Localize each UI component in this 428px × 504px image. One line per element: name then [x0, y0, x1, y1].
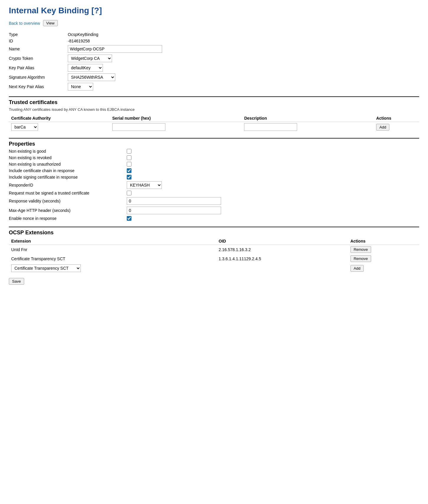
- id-value: -814619258: [68, 39, 90, 43]
- prop-checkbox-0[interactable]: [127, 149, 131, 154]
- signature-algorithm-label: Signature Algorithm: [9, 75, 68, 80]
- properties-section: Non existing is good Non existing is rev…: [9, 149, 419, 221]
- prop-row-5: ResponderID KEYHASH NAME: [9, 181, 419, 189]
- signature-algorithm-row: Signature Algorithm SHA256WithRSA: [9, 73, 419, 81]
- ocsp-ext-name-0: UnId Fnr: [9, 245, 216, 254]
- prop-row-0: Non existing is good: [9, 149, 419, 154]
- save-row: Save: [9, 278, 419, 285]
- prop-checkbox-2[interactable]: [127, 162, 131, 167]
- ocsp-ext-add-row: Certificate Transparency SCT Add: [9, 263, 419, 273]
- prop-label-6: Request must be signed a trusted certifi…: [9, 191, 127, 195]
- col-actions: Actions: [374, 115, 419, 122]
- type-label: Type: [9, 32, 68, 37]
- back-row: Back to overview View: [9, 20, 419, 26]
- ocsp-ext-row-0: UnId Fnr 2.16.578.1.16.3.2 Remove: [9, 245, 419, 254]
- type-value: OcspKeyBinding: [68, 32, 98, 37]
- page-title: Internal Key Binding [?]: [9, 6, 419, 15]
- prop-row-2: Non existing is unauthorized: [9, 162, 419, 167]
- ocsp-ext-add-button[interactable]: Add: [350, 265, 364, 272]
- prop-label-1: Non existing is revoked: [9, 155, 127, 160]
- prop-row-8: Max-Age HTTP header (seconds): [9, 207, 419, 214]
- key-pair-alias-row: Key Pair Alias defaultKey: [9, 64, 419, 72]
- save-button[interactable]: Save: [9, 278, 24, 285]
- max-age-input[interactable]: [127, 207, 221, 214]
- back-to-overview-link[interactable]: Back to overview: [9, 21, 40, 26]
- signature-algorithm-select[interactable]: SHA256WithRSA: [68, 73, 115, 81]
- serial-input[interactable]: [112, 123, 165, 131]
- ocsp-ext-remove-0[interactable]: Remove: [350, 246, 371, 253]
- name-input[interactable]: [68, 45, 162, 53]
- response-validity-input[interactable]: [127, 197, 221, 205]
- prop-row-1: Non existing is revoked: [9, 155, 419, 160]
- responder-id-select[interactable]: KEYHASH NAME: [127, 181, 162, 189]
- prop-row-4: Include signing certificate in response: [9, 175, 419, 179]
- ocsp-ext-oid-0: 2.16.578.1.16.3.2: [216, 245, 348, 254]
- ocsp-ext-name-1: Certificate Transparency SCT: [9, 254, 216, 263]
- name-row: Name: [9, 45, 419, 53]
- ocsp-col-actions: Actions: [348, 238, 419, 245]
- description-input[interactable]: [244, 123, 297, 131]
- prop-label-7: Response validity (seconds): [9, 199, 127, 203]
- trusted-certs-table: Certificate Authority Serial number (hex…: [9, 115, 419, 132]
- prop-checkbox-4[interactable]: [127, 175, 131, 179]
- type-row: Type OcspKeyBinding: [9, 32, 419, 37]
- prop-label-3: Include certificate chain in response: [9, 168, 127, 173]
- prop-label-5: ResponderID: [9, 183, 127, 187]
- ocsp-ext-row-1: Certificate Transparency SCT 1.3.6.1.4.1…: [9, 254, 419, 263]
- prop-row-7: Response validity (seconds): [9, 197, 419, 205]
- view-button[interactable]: View: [43, 20, 58, 26]
- trusted-cert-add-button[interactable]: Add: [376, 124, 389, 131]
- prop-checkbox-6[interactable]: [127, 191, 131, 195]
- col-ca: Certificate Authority: [9, 115, 110, 122]
- crypto-token-row: Crypto Token WidgetCorp CA: [9, 55, 419, 62]
- ocsp-extensions-title: OCSP Extensions: [9, 227, 419, 236]
- col-description: Description: [242, 115, 374, 122]
- properties-title: Properties: [9, 138, 419, 147]
- key-pair-alias-label: Key Pair Alias: [9, 65, 68, 70]
- crypto-token-label: Crypto Token: [9, 56, 68, 61]
- id-label: ID: [9, 39, 68, 43]
- prop-checkbox-1[interactable]: [127, 155, 131, 160]
- ocsp-ext-oid-1: 1.3.6.1.4.1.11129.2.4.5: [216, 254, 348, 263]
- ocsp-ext-table: Extension OID Actions UnId Fnr 2.16.578.…: [9, 238, 419, 273]
- trusted-certs-title: Trusted certificates: [9, 96, 419, 106]
- ocsp-ext-remove-1[interactable]: Remove: [350, 255, 371, 262]
- basic-fields: Type OcspKeyBinding ID -814619258 Name C…: [9, 32, 419, 90]
- next-key-pair-alias-label: Next Key Pair Alias: [9, 84, 68, 89]
- trusted-certs-subtitle: Trusting ANY certificates issued by ANY …: [9, 107, 419, 112]
- prop-label-2: Non existing is unauthorized: [9, 162, 127, 167]
- prop-label-0: Non existing is good: [9, 149, 127, 154]
- prop-label-9: Enable nonce in response: [9, 216, 127, 221]
- prop-checkbox-9[interactable]: [127, 216, 131, 221]
- trusted-cert-input-row: barCa Add: [9, 122, 419, 132]
- id-row: ID -814619258: [9, 39, 419, 43]
- name-label: Name: [9, 47, 68, 51]
- ca-select[interactable]: barCa: [11, 123, 38, 131]
- prop-row-3: Include certificate chain in response: [9, 168, 419, 173]
- col-serial: Serial number (hex): [110, 115, 242, 122]
- prop-row-6: Request must be signed a trusted certifi…: [9, 191, 419, 195]
- ocsp-ext-add-select[interactable]: Certificate Transparency SCT: [11, 264, 81, 272]
- prop-label-8: Max-Age HTTP header (seconds): [9, 208, 127, 213]
- next-key-pair-alias-row: Next Key Pair Alias None: [9, 83, 419, 90]
- crypto-token-select[interactable]: WidgetCorp CA: [68, 55, 112, 62]
- ocsp-col-oid: OID: [216, 238, 348, 245]
- key-pair-alias-select[interactable]: defaultKey: [68, 64, 103, 72]
- prop-label-4: Include signing certificate in response: [9, 175, 127, 179]
- next-key-pair-alias-select[interactable]: None: [68, 83, 93, 90]
- prop-row-9: Enable nonce in response: [9, 216, 419, 221]
- ocsp-col-extension: Extension: [9, 238, 216, 245]
- prop-checkbox-3[interactable]: [127, 168, 131, 173]
